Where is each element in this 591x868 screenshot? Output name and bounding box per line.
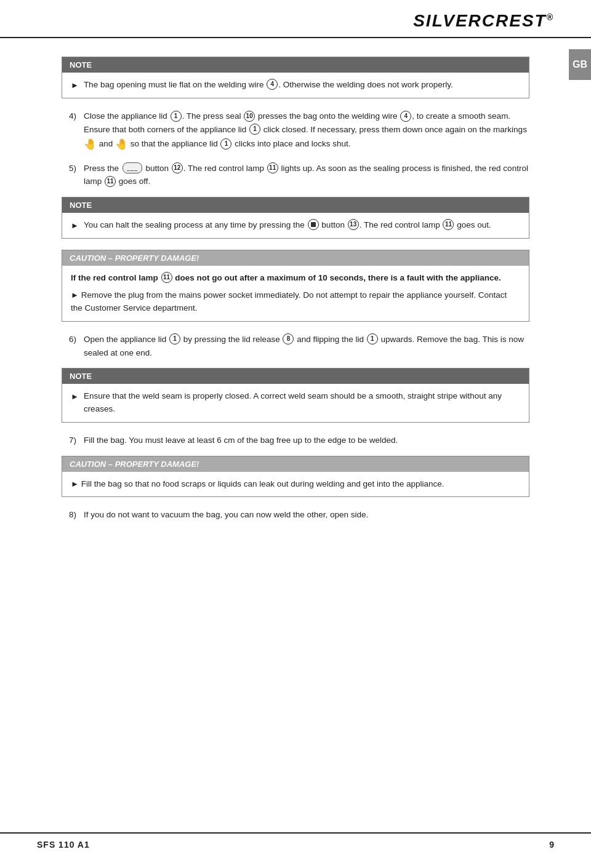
step-num-7: 7) (62, 434, 76, 447)
content-area: NOTE ► The bag opening must lie flat on … (0, 38, 591, 555)
caution-header-1: CAUTION – PROPERTY DAMAGE! (62, 250, 529, 266)
caution-text-1: Remove the plug from the mains power soc… (71, 290, 507, 313)
header: SILVERCREST® (0, 0, 591, 38)
caution-text-2: Fill the bag so that no food scraps or l… (81, 479, 444, 488)
arrow-icon-3: ► (71, 290, 79, 300)
cn-1a: 1 (171, 111, 182, 122)
caution-body-1: If the red control lamp 11 does not go o… (62, 266, 529, 321)
page-number: 9 (549, 840, 554, 850)
model-number: SFS 110 A1 (37, 840, 90, 850)
cn-10: 10 (244, 111, 255, 122)
note-label-1: NOTE (70, 60, 92, 70)
note-bullet-row-3: ► Ensure that the weld seam is properly … (71, 390, 520, 416)
note-label-3: NOTE (70, 372, 92, 381)
cn-11b: 11 (105, 176, 116, 187)
page: SILVERCREST® GB NOTE ► The bag opening m… (0, 0, 591, 868)
brand-text: SILVERCREST (413, 11, 546, 30)
step-num-6: 6) (62, 333, 76, 359)
step4-and: and (99, 139, 115, 148)
note-box-1: NOTE ► The bag opening must lie flat on … (62, 57, 529, 98)
note-bullet-row-1: ► The bag opening must lie flat on the w… (71, 79, 520, 92)
note-body-1: ► The bag opening must lie flat on the w… (62, 73, 529, 98)
hand-icon-2: 🤚 (115, 136, 128, 153)
cn-11a: 11 (267, 162, 278, 173)
caution-box-1: CAUTION – PROPERTY DAMAGE! If the red co… (62, 250, 529, 322)
note-box-2: NOTE ► You can halt the sealing process … (62, 197, 529, 239)
note-header-3: NOTE (62, 368, 529, 384)
step-content-4: Close the appliance lid 1. The press sea… (84, 109, 529, 153)
note-box-3: NOTE ► Ensure that the weld seam is prop… (62, 368, 529, 423)
caution-label-2: CAUTION – PROPERTY DAMAGE! (70, 460, 199, 469)
cn-1c: 1 (220, 138, 231, 149)
caution-body-2: ► Fill the bag so that no food scraps or… (62, 472, 529, 497)
cn-1b: 1 (249, 124, 260, 135)
press-the-text: Press the (84, 164, 121, 173)
caution-label-1: CAUTION – PROPERTY DAMAGE! (70, 253, 199, 263)
stop-button-icon (308, 219, 319, 230)
arrow-icon-2: ► (71, 220, 79, 232)
cn-11c: 11 (443, 219, 454, 230)
step-content-7: Fill the bag. You must leave at least 6 … (84, 434, 529, 447)
language-label: GB (573, 59, 587, 70)
step-4: 4) Close the appliance lid 1. The press … (62, 109, 529, 153)
cn-8: 8 (283, 333, 294, 344)
hand-icon-1: 🤚 (84, 136, 97, 153)
stop-inner (311, 222, 316, 227)
button-oval-icon: ⎯⎯⎯ (123, 162, 142, 173)
arrow-icon-5: ► (71, 479, 79, 488)
step-num-8: 8) (62, 508, 76, 522)
step-7: 7) Fill the bag. You must leave at least… (62, 434, 529, 447)
step-8: 8) If you do not want to vacuum the bag,… (62, 508, 529, 522)
note-bullet-row-2: ► You can halt the sealing process at an… (71, 219, 520, 232)
caution-bullet-row-1: ► Remove the plug from the mains power s… (71, 289, 520, 315)
note-header-2: NOTE (62, 197, 529, 213)
note-label-2: NOTE (70, 201, 92, 210)
step-num-5: 5) (62, 162, 76, 188)
cn-1d: 1 (169, 333, 180, 344)
cn-1e: 1 (367, 333, 378, 344)
cn-4a: 4 (400, 111, 411, 122)
note-text-1: The bag opening must lie flat on the wel… (84, 79, 453, 92)
step-content-8: If you do not want to vacuum the bag, yo… (84, 508, 529, 522)
footer: SFS 110 A1 9 (0, 832, 591, 850)
step-5: 5) Press the ⎯⎯⎯ button 12. The red cont… (62, 162, 529, 188)
caution-bold-text-1: If the red control lamp 11 does not go o… (71, 272, 520, 284)
language-tab: GB (569, 49, 591, 80)
circle-num-4: 4 (267, 79, 278, 90)
step-content-5: Press the ⎯⎯⎯ button 12. The red control… (84, 162, 529, 188)
cn-11d: 11 (161, 272, 172, 283)
reg-symbol: ® (547, 12, 554, 22)
brand-logo: SILVERCREST® (413, 11, 554, 31)
note-text-2: You can halt the sealing process at any … (84, 219, 491, 232)
note-text-3: Ensure that the weld seam is properly cl… (84, 390, 520, 416)
arrow-icon-4: ► (71, 391, 79, 416)
step-num-4: 4) (62, 109, 76, 153)
note-body-2: ► You can halt the sealing process at an… (62, 213, 529, 238)
note-body-3: ► Ensure that the weld seam is properly … (62, 384, 529, 422)
note-header-1: NOTE (62, 57, 529, 73)
cn-12: 12 (172, 162, 183, 173)
cn-13: 13 (348, 219, 359, 230)
arrow-icon-1: ► (71, 79, 79, 92)
caution-box-2: CAUTION – PROPERTY DAMAGE! ► Fill the ba… (62, 456, 529, 498)
caution-header-2: CAUTION – PROPERTY DAMAGE! (62, 456, 529, 472)
step-6: 6) Open the appliance lid 1 by pressing … (62, 333, 529, 359)
step-content-6: Open the appliance lid 1 by pressing the… (84, 333, 529, 359)
caution-bullet-row-2: ► Fill the bag so that no food scraps or… (71, 478, 520, 491)
